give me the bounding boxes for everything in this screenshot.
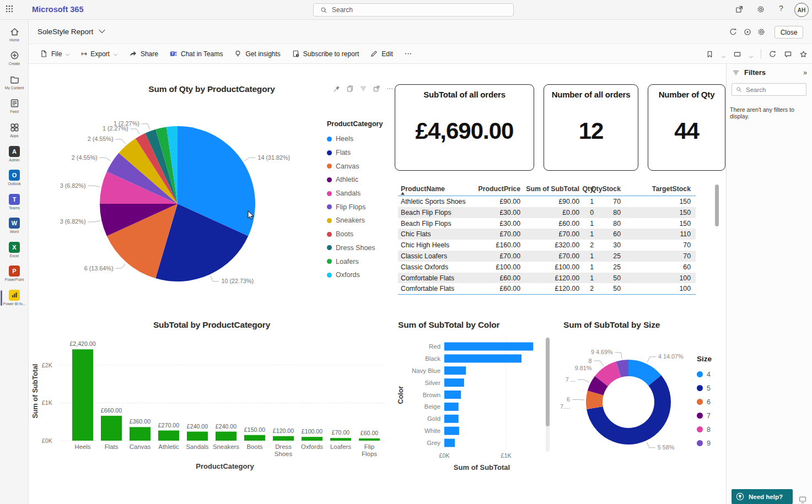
copy-visual-icon[interactable]	[346, 85, 354, 93]
refresh-icon[interactable]	[768, 50, 777, 58]
legend-item-flip-flops[interactable]: Flip Flops	[327, 200, 383, 214]
sidebar-item-create[interactable]: Create	[0, 46, 29, 71]
sidebar-item-apps[interactable]: Apps	[0, 118, 29, 142]
legend-item-7[interactable]: 7	[697, 409, 712, 422]
toolbar-file[interactable]: File	[35, 47, 74, 61]
hbar-white[interactable]	[444, 427, 459, 435]
legend-item-flats[interactable]: Flats	[327, 146, 383, 160]
legend-item-4[interactable]: 4	[697, 367, 712, 381]
toolbar-chat-in-teams[interactable]: TChat in Teams	[165, 47, 227, 61]
need-help-button[interactable]: Need help?	[732, 489, 793, 504]
hbar-black[interactable]	[444, 354, 521, 362]
hbar-beige[interactable]	[444, 403, 459, 411]
toolbar-share[interactable]: Share	[125, 47, 163, 61]
hbar-grey[interactable]	[444, 439, 455, 447]
sidebar-item-feed[interactable]: Feed	[0, 94, 29, 118]
chevron-down-icon[interactable]	[721, 52, 726, 57]
gear-icon[interactable]	[757, 28, 766, 36]
bar-loafers[interactable]	[330, 438, 351, 441]
bar-flip-flops[interactable]	[359, 438, 380, 441]
filters-applied-icon[interactable]	[359, 85, 367, 93]
kpi-card-qty[interactable]: Number of Qty 44	[648, 84, 725, 171]
sidebar-item-word[interactable]: WWord	[0, 214, 29, 238]
legend-item-athletic[interactable]: Athletic	[327, 173, 383, 187]
legend-item-6[interactable]: 6	[697, 395, 712, 409]
hbar-navy-blue[interactable]	[444, 366, 466, 375]
chevron-down-icon[interactable]	[749, 52, 754, 57]
bar-dress-shoes[interactable]	[273, 436, 294, 441]
collapse-panel-icon[interactable]: »	[803, 69, 807, 77]
toolbar-subscribe-to-report[interactable]: Subscribe to report	[287, 47, 363, 61]
bar-flats[interactable]	[101, 416, 122, 441]
send-to-icon[interactable]	[735, 5, 744, 14]
legend-item-sneakers[interactable]: Sneakers	[327, 214, 383, 227]
app-search-input[interactable]: Search	[313, 3, 514, 17]
hbar-silver[interactable]	[444, 378, 464, 387]
legend-item-9[interactable]: 9	[697, 436, 712, 450]
table-scrollbar-thumb[interactable]	[715, 185, 719, 226]
legend-item-oxfords[interactable]: Oxfords	[327, 268, 383, 282]
hbar-gold[interactable]	[444, 415, 459, 423]
table-row[interactable]: Comfortable Flats£60.00£120.00150100	[398, 273, 696, 284]
sidebar-item-excel[interactable]: XExcel	[0, 238, 29, 262]
bar-athletic[interactable]	[158, 431, 179, 441]
table-row[interactable]: Beach Flip Flops£30.00£0.00080150	[398, 207, 696, 218]
table-header-row[interactable]: ProductNameProductPriceSum of SubTotalQt…	[398, 183, 696, 196]
bar-heels[interactable]	[72, 349, 93, 441]
bar-canvas[interactable]	[130, 427, 150, 441]
table-row[interactable]: Beach Flip Flops£30.00£60.00180150	[398, 218, 696, 229]
table-row[interactable]: Classic Oxfords£100.00£100.0012560	[398, 262, 696, 273]
focus-mode-icon[interactable]	[373, 85, 380, 93]
legend-item-5[interactable]: 5	[697, 381, 712, 395]
legend-item-sandals[interactable]: Sandals	[327, 187, 383, 200]
sidebar-item-outlook[interactable]: OOutlook	[0, 166, 29, 190]
target-icon[interactable]	[743, 28, 752, 36]
sidebar-item-power-bi-fo[interactable]: Power BI fo...	[0, 286, 29, 310]
sidebar-item-home[interactable]: Home	[0, 22, 29, 46]
legend-item-canvas[interactable]: Canvas	[327, 159, 383, 173]
sidebar-item-teams[interactable]: TTeams	[0, 190, 29, 214]
more-options-icon[interactable]	[386, 85, 394, 93]
table-row[interactable]: Chic Flats£70.00£70.00160110	[398, 229, 696, 240]
bar-sneakers[interactable]	[216, 432, 236, 441]
close-button[interactable]: Close	[775, 26, 803, 39]
app-brand[interactable]: Microsoft 365	[32, 5, 83, 14]
hbar-brown[interactable]	[444, 391, 461, 399]
bar-sandals[interactable]	[187, 432, 208, 441]
legend-item-heels[interactable]: Heels	[327, 132, 383, 146]
report-title[interactable]: SoleStyle Report	[37, 27, 106, 36]
gear-icon[interactable]	[756, 5, 765, 14]
kpi-card-subtotal[interactable]: SubTotal of all orders £4,690.00	[395, 84, 534, 171]
comment-icon[interactable]	[784, 50, 792, 58]
waffle-menu-icon[interactable]	[5, 4, 14, 13]
sidebar-item-my-content[interactable]: My Content	[0, 70, 29, 94]
legend-item-dress-shoes[interactable]: Dress Shoes	[327, 241, 383, 255]
toolbar-get-insights[interactable]: Get insights	[229, 47, 284, 61]
sidebar-item-admin[interactable]: AAdmin	[0, 142, 29, 166]
toolbar-export[interactable]: ↦Export	[77, 47, 122, 61]
table-row[interactable]: Classic Loafers£70.00£70.0012570	[398, 251, 696, 262]
bar-boots[interactable]	[244, 435, 265, 441]
legend-item-loafers[interactable]: Loafers	[327, 254, 383, 268]
view-frame-icon[interactable]	[733, 50, 741, 58]
table-row[interactable]: Comfortable Flats£60.00£120.00250100	[398, 283, 696, 294]
bookmark-icon[interactable]	[706, 50, 714, 58]
toolbar-more-options[interactable]	[400, 47, 417, 61]
hbar-red[interactable]	[444, 343, 533, 351]
sidebar-item-powerpoint[interactable]: PPowerPoint	[0, 262, 29, 286]
avatar[interactable]: AH	[794, 3, 809, 17]
star-icon[interactable]	[799, 50, 808, 58]
legend-item-boots[interactable]: Boots	[327, 227, 383, 241]
hbar-scrollbar-thumb[interactable]	[546, 338, 550, 426]
table-row[interactable]: Chic High Heels£160.00£320.0023070	[398, 240, 696, 251]
pin-to-dashboard-icon[interactable]	[333, 85, 341, 93]
screen-capture-icon[interactable]	[798, 495, 807, 504]
refresh-icon[interactable]	[729, 28, 738, 36]
legend-item-8[interactable]: 8	[697, 422, 712, 436]
kpi-card-orders[interactable]: Number of all orders 12	[544, 84, 638, 171]
filters-search-input[interactable]: Search	[732, 83, 806, 96]
help-icon[interactable]: ?	[779, 4, 783, 13]
toolbar-edit[interactable]: Edit	[365, 47, 397, 61]
table-row[interactable]: Athletic Sports Shoes£90.00£90.00170150	[398, 196, 696, 207]
bar-oxfords[interactable]	[302, 437, 322, 441]
